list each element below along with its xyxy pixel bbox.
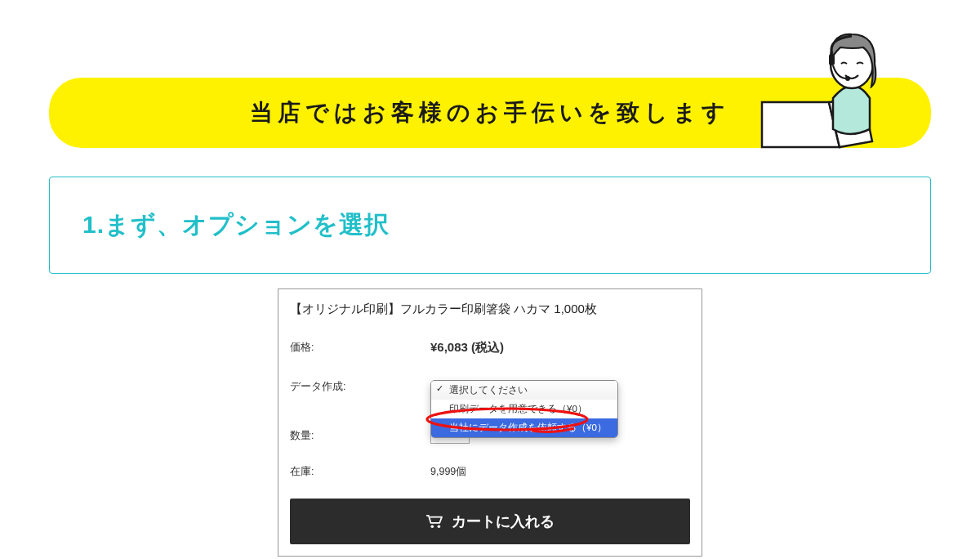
stock-label: 在庫: <box>290 465 430 479</box>
cart-icon <box>425 514 443 529</box>
stock-value: 9,999個 <box>430 465 690 479</box>
select-option-own-data[interactable]: 印刷データを用意できる（¥0） <box>431 400 617 418</box>
add-to-cart-label: カートに入れる <box>452 512 555 531</box>
svg-point-2 <box>845 76 850 81</box>
step-box: 1.まず、オプションを選択 <box>49 177 931 274</box>
product-title: 【オリジナル印刷】フルカラー印刷箸袋 ハカマ 1,000枚 <box>290 302 690 317</box>
price-label: 価格: <box>290 341 430 355</box>
select-option-request-data[interactable]: 当社にデータ作成を依頼する（¥0） <box>431 418 617 437</box>
quantity-label: 数量: <box>290 429 430 443</box>
product-panel: 【オリジナル印刷】フルカラー印刷箸袋 ハカマ 1,000枚 価格: ¥6,083… <box>278 288 702 557</box>
support-agent-illustration <box>755 25 902 151</box>
svg-point-5 <box>438 525 441 529</box>
price-row: 価格: ¥6,083 (税込) <box>290 333 690 361</box>
help-banner-text: 当店ではお客様のお手伝いを致します <box>250 100 730 125</box>
svg-rect-1 <box>829 54 835 65</box>
price-value: ¥6,083 (税込) <box>430 340 690 356</box>
svg-point-4 <box>431 525 434 529</box>
stock-row: 在庫: 9,999個 <box>290 458 690 485</box>
add-to-cart-button[interactable]: カートに入れる <box>290 499 690 544</box>
step-title: 1.まず、オプションを選択 <box>82 208 898 242</box>
data-creation-row: データ作成: ▲▼ 選択してください 印刷データを用意できる（¥0） 当社にデー… <box>290 373 690 400</box>
data-creation-label: データ作成: <box>290 380 430 394</box>
select-option-placeholder[interactable]: 選択してください <box>431 381 617 400</box>
